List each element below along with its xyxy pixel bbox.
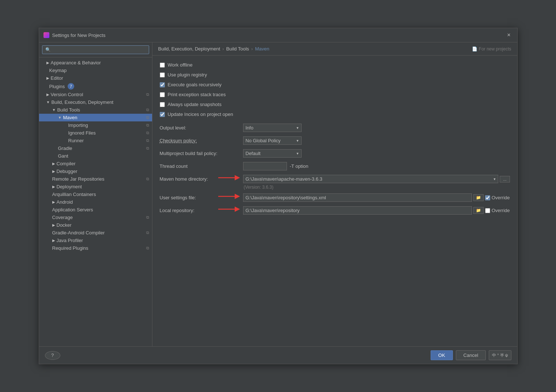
sidebar-item-java-profiler[interactable]: ▶ Java Profiler — [39, 237, 152, 244]
sidebar-item-arquillian[interactable]: Arquillian Containers — [39, 191, 152, 198]
copy-icon: ⧉ — [146, 138, 149, 143]
print-exception-checkbox[interactable] — [160, 92, 165, 97]
thread-count-input[interactable] — [243, 162, 287, 170]
user-settings-input[interactable] — [243, 193, 472, 202]
multiproject-policy-select-wrapper: Default At End Never Fail Fast — [243, 149, 302, 158]
sidebar-item-label: Build Tools — [57, 107, 80, 113]
arrow-icon: ▶ — [46, 93, 49, 97]
title-bar: Settings for New Projects × — [39, 28, 517, 42]
copy-icon: ⧉ — [146, 146, 149, 151]
sidebar-item-label: Required Plugins — [52, 245, 88, 251]
sidebar-item-required-plugins[interactable]: Required Plugins ⧉ — [39, 244, 152, 252]
sidebar-item-compiler[interactable]: ▶ Compiler — [39, 160, 152, 167]
sidebar-item-ignored-files[interactable]: Ignored Files ⧉ — [39, 129, 152, 137]
local-repo-input[interactable] — [243, 206, 472, 215]
copy-icon: ⧉ — [146, 230, 149, 235]
sidebar-item-deployment[interactable]: ▶ Deployment — [39, 183, 152, 191]
copy-icon: ⧉ — [146, 177, 149, 181]
execute-goals-checkbox[interactable] — [160, 82, 165, 87]
sidebar-item-build-exec[interactable]: ▼ Build, Execution, Deployment — [39, 98, 152, 106]
ok-button[interactable]: OK — [431, 350, 453, 360]
sidebar-item-label: Gant — [58, 153, 68, 159]
breadcrumb-new-project: 📄 For new projects — [472, 46, 511, 52]
ime-button[interactable]: 中 ° 半 ψ — [489, 350, 511, 360]
sidebar-item-label: Java Profiler — [57, 238, 83, 243]
sidebar-item-keymap[interactable]: Keymap — [39, 67, 152, 74]
update-indices-label: Update Incices on project open — [168, 112, 233, 117]
execute-goals-label: Execute goals recursively — [168, 82, 222, 87]
checksum-policy-select[interactable]: No Global Policy Strict Lax — [243, 136, 302, 145]
checksum-policy-select-wrapper: No Global Policy Strict Lax — [243, 136, 302, 145]
copy-icon: ⧉ — [146, 115, 149, 120]
use-plugin-checkbox[interactable] — [160, 72, 165, 78]
breadcrumb-sep1: › — [222, 46, 224, 52]
output-level-select[interactable]: Info Debug Warn Error — [243, 124, 302, 132]
settings-dialog: Settings for New Projects × ▶ Appearance… — [39, 28, 518, 364]
sidebar-item-gradle-android[interactable]: Gradle-Android Compiler ⧉ — [39, 229, 152, 237]
sidebar-item-label: Application Servers — [52, 207, 93, 212]
help-button[interactable]: ? — [45, 351, 60, 360]
sidebar-item-label: Deployment — [57, 184, 82, 189]
sidebar-item-editor[interactable]: ▶ Editor — [39, 74, 152, 82]
sidebar-item-label: Plugins — [49, 84, 65, 89]
maven-version-label: (Version: 3.6.3) — [244, 185, 510, 190]
red-arrow-settings — [218, 193, 240, 200]
sidebar-item-runner[interactable]: Runner ⧉ — [39, 137, 152, 144]
sidebar-item-remote-jar[interactable]: Remote Jar Repositories ⧉ — [39, 175, 152, 183]
arrow-icon: ▶ — [46, 76, 49, 80]
close-button[interactable]: × — [505, 31, 512, 39]
local-repo-browse-button[interactable]: 📁 — [473, 207, 484, 214]
sidebar-item-appearance[interactable]: ▶ Appearance & Behavior — [39, 59, 152, 67]
work-offline-checkbox[interactable] — [160, 63, 165, 68]
sidebar-item-importing[interactable]: Importing ⧉ — [39, 121, 152, 129]
local-repo-override-row: Override — [485, 208, 510, 213]
always-update-row: Always update snapshots — [160, 101, 510, 108]
sidebar-item-gradle[interactable]: Gradle ⧉ — [39, 144, 152, 152]
sidebar-item-version-control[interactable]: ▶ Version Control ⧉ — [39, 91, 152, 98]
copy-icon: ⧉ — [146, 131, 149, 135]
user-settings-browse-button[interactable]: 📁 — [473, 194, 484, 201]
maven-home-select[interactable]: G:\Java\maven\apache-maven-3.6.3 — [243, 175, 499, 183]
print-exception-label: Print exception stack traces — [168, 92, 226, 97]
multiproject-policy-select[interactable]: Default At End Never Fail Fast — [243, 149, 302, 158]
always-update-checkbox[interactable] — [160, 102, 165, 107]
work-offline-row: Work offline — [160, 61, 510, 68]
sidebar-item-docker[interactable]: ▶ Docker — [39, 221, 152, 229]
sidebar-tree: ▶ Appearance & Behavior Keymap ▶ Editor … — [39, 57, 152, 346]
sidebar-item-plugins[interactable]: Plugins 7 — [39, 82, 152, 91]
maven-home-row: Maven home directory: G:\J — [160, 175, 510, 183]
sidebar-item-gant[interactable]: Gant — [39, 152, 152, 160]
sidebar-item-label: Ignored Files — [68, 130, 96, 136]
sidebar-item-label: Runner — [68, 138, 84, 143]
local-repo-override-checkbox[interactable] — [485, 208, 490, 213]
user-settings-path-wrapper: 📁 Override — [243, 193, 510, 202]
sidebar-item-label: Maven — [63, 115, 77, 120]
sidebar-item-label: Debugger — [57, 169, 77, 174]
maven-home-browse-button[interactable]: ... — [500, 176, 510, 182]
cancel-button[interactable]: Cancel — [456, 350, 486, 360]
execute-goals-row: Execute goals recursively — [160, 81, 510, 88]
sidebar-item-label: Build, Execution, Deployment — [51, 99, 113, 105]
new-project-icon: 📄 — [472, 46, 477, 52]
app-icon — [44, 32, 49, 38]
search-input[interactable] — [42, 45, 149, 54]
arrow-icon: ▶ — [52, 238, 55, 242]
sidebar-item-android[interactable]: ▶ Android — [39, 198, 152, 206]
breadcrumb-part1: Build, Execution, Deployment — [158, 46, 220, 52]
sidebar-item-app-servers[interactable]: Application Servers — [39, 206, 152, 214]
sidebar-item-debugger[interactable]: ▶ Debugger — [39, 167, 152, 175]
use-plugin-row: Use plugin registry — [160, 71, 510, 78]
breadcrumb-part2: Build Tools — [226, 46, 249, 52]
footer: ? OK Cancel 中 ° 半 ψ — [39, 346, 517, 364]
multiproject-policy-label: Multiproject build fail policy: — [160, 151, 240, 156]
sidebar-item-build-tools[interactable]: ▼ Build Tools ⧉ — [39, 106, 152, 114]
dialog-title: Settings for New Projects — [52, 33, 106, 38]
sidebar-item-coverage[interactable]: Coverage ⧉ — [39, 214, 152, 221]
sidebar-item-label: Android — [57, 199, 73, 205]
update-indices-checkbox[interactable] — [160, 112, 165, 117]
update-indices-row: Update Incices on project open — [160, 111, 510, 118]
arrow-icon: ▶ — [52, 223, 55, 227]
sidebar-item-maven[interactable]: ▼ Maven ⧉ — [39, 114, 152, 121]
user-settings-override-checkbox[interactable] — [485, 195, 490, 200]
copy-icon: ⧉ — [146, 215, 149, 220]
